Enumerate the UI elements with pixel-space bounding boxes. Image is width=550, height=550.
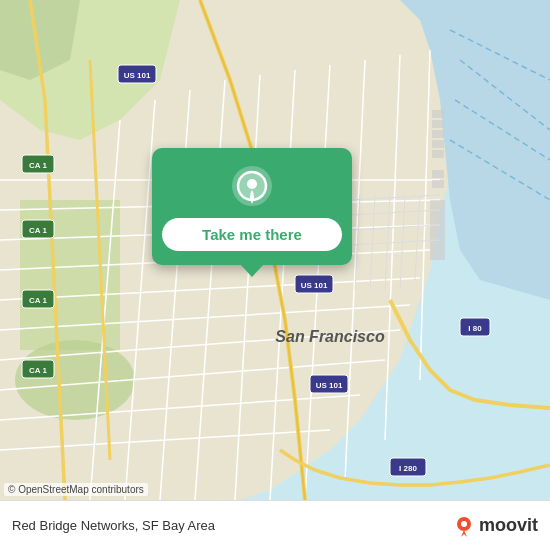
- moovit-icon: [453, 515, 475, 537]
- svg-rect-55: [432, 130, 444, 138]
- svg-text:I 80: I 80: [468, 324, 482, 333]
- svg-text:CA 1: CA 1: [29, 161, 47, 170]
- svg-text:US 101: US 101: [316, 381, 343, 390]
- svg-rect-57: [432, 110, 444, 118]
- svg-point-71: [461, 521, 467, 527]
- svg-rect-52: [432, 180, 444, 188]
- svg-point-3: [15, 340, 135, 420]
- location-pin-icon: [230, 164, 274, 208]
- svg-rect-50: [430, 200, 445, 260]
- svg-rect-56: [432, 120, 444, 128]
- svg-text:CA 1: CA 1: [29, 296, 47, 305]
- svg-text:US 101: US 101: [124, 71, 151, 80]
- moovit-text: moovit: [479, 515, 538, 536]
- bottom-bar: Red Bridge Networks, SF Bay Area moovit: [0, 500, 550, 550]
- map-copyright: © OpenStreetMap contributors: [4, 483, 148, 496]
- location-label: Red Bridge Networks, SF Bay Area: [12, 518, 215, 533]
- svg-rect-53: [432, 150, 444, 158]
- svg-rect-51: [432, 170, 444, 178]
- moovit-logo: moovit: [453, 515, 538, 537]
- svg-text:I 280: I 280: [399, 464, 417, 473]
- svg-text:CA 1: CA 1: [29, 366, 47, 375]
- svg-text:San Francisco: San Francisco: [275, 328, 385, 345]
- svg-text:CA 1: CA 1: [29, 226, 47, 235]
- svg-text:US 101: US 101: [301, 281, 328, 290]
- svg-point-69: [247, 179, 257, 189]
- take-me-there-button[interactable]: Take me there: [162, 218, 342, 251]
- map-container[interactable]: CA 1 CA 1 CA 1 CA 1 US 101 US 101 US 101…: [0, 0, 550, 500]
- svg-rect-54: [432, 140, 444, 148]
- location-popup: Take me there: [152, 148, 352, 265]
